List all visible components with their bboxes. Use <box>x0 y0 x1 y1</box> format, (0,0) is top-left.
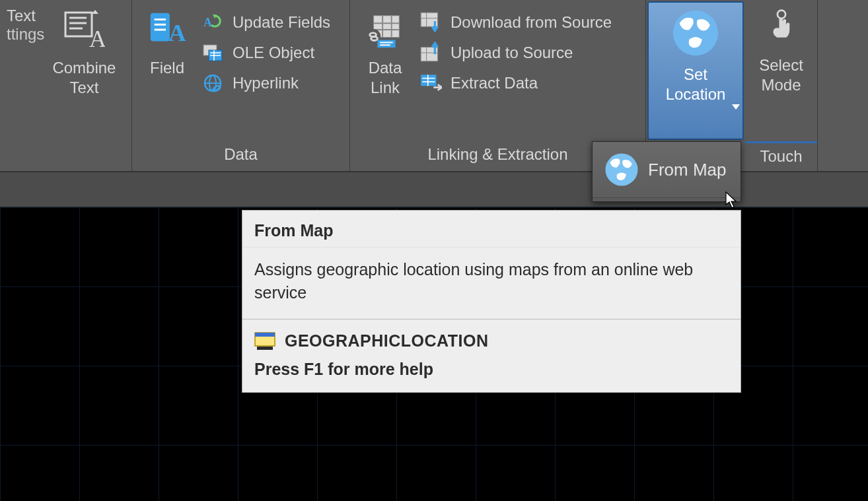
field-label: Field <box>150 58 184 78</box>
svg-text:A: A <box>168 19 186 46</box>
update-fields-icon: A <box>201 11 225 34</box>
upload-label: Upload to Source <box>451 44 573 62</box>
ole-object-label: OLE Object <box>233 44 314 62</box>
download-from-source-button[interactable]: Download from Source <box>415 9 616 36</box>
globe-icon <box>669 7 722 59</box>
svg-point-19 <box>212 84 221 92</box>
panel-data: A Field A Update Fields <box>132 0 350 171</box>
combine-text-icon: A <box>61 7 107 53</box>
panel-title-data: Data <box>132 141 349 171</box>
svg-text:A: A <box>203 16 212 29</box>
mouse-cursor-icon <box>725 191 737 209</box>
update-fields-label: Update Fields <box>233 13 330 32</box>
svg-rect-44 <box>257 347 273 350</box>
data-link-icon <box>362 7 408 53</box>
field-icon: A <box>144 7 190 53</box>
download-label: Download from Source <box>451 13 612 32</box>
ole-object-button[interactable]: OLE Object <box>197 40 334 66</box>
svg-point-39 <box>673 11 718 55</box>
extract-data-label: Extract Data <box>451 74 538 92</box>
tooltip-command: GEOGRAPHICLOCATION <box>285 331 489 351</box>
set-location-label: Set Location <box>666 65 726 104</box>
data-link-label: Data Link <box>369 58 402 98</box>
tooltip-help: Press F1 for more help <box>242 354 741 392</box>
extract-data-icon <box>419 71 443 95</box>
dropdown-arrow-icon <box>732 104 740 110</box>
svg-rect-43 <box>255 333 275 337</box>
panel-text-settings: Text ttings A Combine Text <box>0 0 132 171</box>
text-label-line2: ttings <box>7 25 44 44</box>
svg-point-40 <box>777 11 785 18</box>
upload-icon <box>419 41 443 65</box>
combine-text-button[interactable]: A Combine Text <box>46 3 122 135</box>
touch-hand-icon <box>758 4 805 50</box>
command-icon <box>254 332 275 351</box>
panel-touch: Select Mode Touch <box>745 0 818 171</box>
tooltip-title: From Map <box>242 211 741 248</box>
svg-rect-35 <box>421 75 436 86</box>
update-fields-button[interactable]: A Update Fields <box>197 9 334 36</box>
set-location-dropdown: From Map <box>592 141 741 202</box>
svg-rect-5 <box>151 13 170 42</box>
tooltip-from-map: From Map Assigns geographic location usi… <box>242 210 741 393</box>
set-location-button[interactable]: Set Location <box>647 1 744 140</box>
download-icon <box>419 11 443 34</box>
field-button[interactable]: A Field <box>137 3 197 135</box>
hyperlink-label: Hyperlink <box>233 74 299 92</box>
svg-rect-0 <box>65 13 92 36</box>
combine-text-label: Combine Text <box>52 58 116 98</box>
panel-title-blank <box>0 141 131 171</box>
globe-small-icon <box>603 151 640 188</box>
svg-rect-26 <box>377 40 395 48</box>
tooltip-body: Assigns geographic location using maps f… <box>242 248 741 319</box>
ole-object-icon <box>201 41 225 65</box>
from-map-menuitem[interactable]: From Map <box>593 142 741 197</box>
extract-data-button[interactable]: Extract Data <box>415 70 616 96</box>
svg-point-41 <box>606 154 638 186</box>
from-map-label: From Map <box>648 160 726 180</box>
select-mode-button[interactable]: Select Mode <box>752 3 811 135</box>
hyperlink-icon <box>201 71 225 95</box>
svg-text:A: A <box>89 26 105 51</box>
upload-to-source-button[interactable]: Upload to Source <box>415 40 616 66</box>
data-link-button[interactable]: Data Link <box>355 3 415 135</box>
panel-title-touch: Touch <box>745 141 817 171</box>
text-label-line1: Text <box>7 7 36 25</box>
hyperlink-button[interactable]: Hyperlink <box>197 70 334 96</box>
text-settings-fragment: Text ttings <box>5 3 46 48</box>
select-mode-label: Select Mode <box>759 55 803 95</box>
